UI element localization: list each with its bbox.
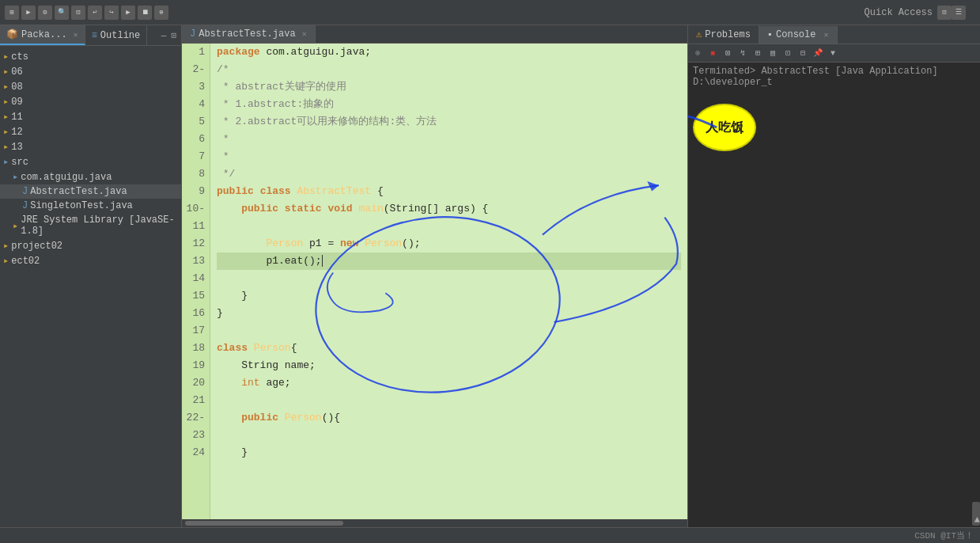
- code-line-16: }: [217, 305, 681, 322]
- scroll-buttons: ▲: [974, 515, 980, 526]
- code-line-1: package com.atguigu.java;: [217, 44, 681, 61]
- scroll-thumb[interactable]: [185, 521, 343, 526]
- status-bar: CSDN @IT当！: [0, 527, 980, 543]
- toolbar-icon-8[interactable]: ▶: [121, 6, 135, 20]
- console-action-5[interactable]: ⊟: [796, 47, 809, 59]
- close-tab-1[interactable]: ✕: [74, 30, 78, 40]
- code-editor[interactable]: 1 2- 3 4 5 6 7 8 9 10- 11 12 13 14 15 16…: [182, 44, 687, 519]
- code-line-20: int age;: [217, 374, 681, 392]
- code-line-7: *: [217, 148, 681, 165]
- toolbar-icon-10[interactable]: ⊕: [154, 6, 168, 20]
- disconnect-button[interactable]: ⊠: [721, 47, 734, 59]
- horizontal-scrollbar[interactable]: [182, 519, 687, 527]
- editor-area: J AbstractTest.java ✕ 1 2- 3 4 5 6 7 8 9…: [182, 25, 687, 527]
- toolbar-icon-4[interactable]: 🔍: [55, 6, 69, 20]
- tab-package-explorer[interactable]: 📦 Packa... ✕: [0, 25, 85, 45]
- folder-icon: ▸: [3, 240, 9, 252]
- tree-item-08[interactable]: ▸ 08: [0, 79, 181, 94]
- toolbar-icon-5[interactable]: ⊡: [71, 6, 85, 20]
- tab-problems[interactable]: ⚠ Problems: [688, 25, 759, 44]
- close-console-tab[interactable]: ✕: [823, 30, 828, 40]
- console-action-4[interactable]: ⊡: [781, 47, 794, 59]
- more-actions-button[interactable]: ▼: [827, 47, 839, 59]
- main-layout: 📦 Packa... ✕ ≡ Outline — ⊡ ▸ cts ▸ 06: [0, 25, 980, 527]
- tree-item-13[interactable]: ▸ 13: [0, 139, 181, 154]
- tab-outline-label: Outline: [100, 30, 140, 41]
- toolbar-icon-7[interactable]: ↪: [104, 6, 119, 20]
- tree-label: 12: [11, 127, 22, 138]
- tree-item-abstracttest[interactable]: J AbstractTest.java: [0, 184, 181, 199]
- quick-access-label: Quick Access: [865, 7, 933, 18]
- console-output-area: 人吃饭: [693, 104, 975, 151]
- clear-console-button[interactable]: ⊗: [691, 47, 704, 59]
- package-icon: ▸: [3, 156, 9, 168]
- pin-button[interactable]: 📌: [812, 47, 824, 59]
- tree-label: 11: [11, 112, 22, 123]
- code-line-9: public class AbstractTest {: [217, 183, 681, 200]
- tree-item-singletontest[interactable]: J SingletonTest.java: [0, 199, 181, 213]
- right-panel: ⚠ Problems ▪ Console ✕ ⊗ ■ ⊠ ↯ ⊞ ▤ ⊡ ⊟ 📌…: [687, 25, 980, 527]
- tree-label: cts: [11, 51, 28, 63]
- tree-item-12[interactable]: ▸ 12: [0, 124, 181, 139]
- menu-button[interactable]: ☰: [952, 6, 966, 20]
- code-line-23: [217, 427, 681, 444]
- scroll-up-button[interactable]: ▲: [974, 515, 980, 526]
- tree-item-09[interactable]: ▸ 09: [0, 94, 181, 109]
- tree-label: com.atguigu.java: [21, 172, 112, 183]
- tree-item-jre[interactable]: ▸ JRE System Library [JavaSE-1.8]: [0, 213, 181, 238]
- tree-item-com-atguigu[interactable]: ▸ com.atguigu.java: [0, 169, 181, 184]
- tab-outline[interactable]: ≡ Outline: [85, 25, 148, 45]
- tree-content: ▸ cts ▸ 06 ▸ 08 ▸ 09 ▸ 11 ▸ 12: [0, 46, 181, 527]
- toolbar-icon-1[interactable]: ⊞: [5, 6, 19, 20]
- folder-icon: ▸: [3, 255, 9, 267]
- toolbar-icon-2[interactable]: ▶: [21, 6, 36, 20]
- java-icon: J: [22, 186, 28, 197]
- code-line-10: public static void main(String[] args) {: [217, 200, 681, 218]
- maximize-button[interactable]: ⊡: [937, 6, 952, 20]
- folder-icon: ▸: [3, 111, 9, 123]
- toolbar-icon-6[interactable]: ↩: [88, 6, 102, 20]
- console-action-1[interactable]: ↯: [736, 47, 749, 59]
- code-line-3: * abstract关键字的使用: [217, 78, 681, 96]
- tab-abstracttest[interactable]: J AbstractTest.java ✕: [182, 25, 316, 43]
- java-file-icon: J: [190, 28, 195, 40]
- folder-icon: ▸: [3, 81, 9, 93]
- toolbar: ⊞ ▶ ⚙ 🔍 ⊡ ↩ ↪ ▶ ⏹ ⊕ Quick Access ⊡ ☰: [0, 0, 980, 25]
- tree-item-ect02[interactable]: ▸ ect02: [0, 253, 181, 268]
- code-line-24: }: [217, 444, 681, 461]
- collapse-button[interactable]: —: [160, 31, 168, 40]
- code-line-21: [217, 392, 681, 409]
- panel-tabs: 📦 Packa... ✕ ≡ Outline — ⊡: [0, 25, 181, 46]
- folder-icon: ▸: [3, 126, 9, 138]
- editor-tabs: J AbstractTest.java ✕: [182, 25, 687, 44]
- tree-label: AbstractTest.java: [30, 186, 127, 197]
- tree-item-src[interactable]: ▸ src: [0, 154, 181, 169]
- console-action-3[interactable]: ▤: [766, 47, 779, 59]
- maximize-panel-button[interactable]: ⊡: [169, 30, 178, 40]
- tree-label: ect02: [11, 256, 40, 267]
- code-content[interactable]: package com.atguigu.java; /* * abstract关…: [210, 44, 687, 519]
- tree-item-11[interactable]: ▸ 11: [0, 109, 181, 124]
- java-icon: J: [22, 200, 28, 211]
- toolbar-icon-3[interactable]: ⚙: [38, 6, 52, 20]
- console-icon: ▪: [767, 29, 773, 40]
- tree-item-06[interactable]: ▸ 06: [0, 64, 181, 79]
- close-editor-tab[interactable]: ✕: [302, 29, 307, 39]
- package-icon: ▸: [13, 171, 18, 183]
- terminated-status: Terminated> AbstractTest [Java Applicati…: [693, 66, 975, 88]
- folder-icon: ▸: [3, 51, 9, 63]
- folder-icon: ▸: [3, 96, 9, 108]
- code-line-22: public Person(){: [217, 409, 681, 427]
- tree-label: project02: [11, 241, 62, 252]
- console-action-2[interactable]: ⊞: [751, 47, 764, 59]
- folder-icon: ▸: [3, 66, 9, 78]
- tree-label: 06: [11, 66, 22, 78]
- code-line-15: }: [217, 287, 681, 305]
- tree-item-project02[interactable]: ▸ project02: [0, 238, 181, 253]
- tree-item-cts[interactable]: ▸ cts: [0, 49, 181, 64]
- toolbar-icons: ⊞ ▶ ⚙ 🔍 ⊡ ↩ ↪ ▶ ⏹ ⊕: [5, 6, 975, 20]
- terminate-button[interactable]: ■: [706, 47, 719, 59]
- toolbar-icon-9[interactable]: ⏹: [138, 6, 152, 20]
- tab-console[interactable]: ▪ Console ✕: [759, 26, 838, 44]
- panel-tab-actions: — ⊡: [160, 25, 181, 45]
